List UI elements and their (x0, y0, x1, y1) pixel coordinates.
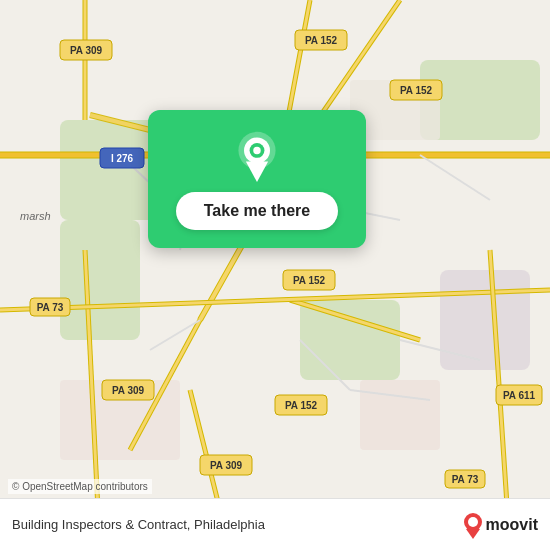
svg-text:PA 309: PA 309 (70, 45, 103, 56)
svg-rect-2 (300, 300, 400, 380)
moovit-logo: moovit (462, 511, 538, 539)
svg-marker-67 (246, 162, 268, 182)
location-pin-icon (231, 130, 283, 182)
svg-text:PA 309: PA 309 (112, 385, 145, 396)
svg-text:PA 73: PA 73 (37, 302, 64, 313)
location-card: Take me there (148, 110, 366, 248)
svg-rect-6 (360, 380, 440, 450)
map-roads-svg: PA 309 PA 152 I 276 PA 152 marsh PA 73 P… (0, 0, 550, 550)
svg-text:marsh: marsh (20, 210, 51, 222)
svg-line-39 (420, 155, 490, 200)
map-container: PA 309 PA 152 I 276 PA 152 marsh PA 73 P… (0, 0, 550, 550)
svg-text:PA 309: PA 309 (210, 460, 243, 471)
svg-marker-71 (466, 529, 480, 539)
bottom-bar: Building Inspectors & Contract, Philadel… (0, 498, 550, 550)
svg-text:PA 152: PA 152 (305, 35, 338, 46)
svg-text:I 276: I 276 (111, 153, 134, 164)
map-attribution: © OpenStreetMap contributors (8, 479, 152, 494)
svg-text:PA 73: PA 73 (452, 474, 479, 485)
business-name: Building Inspectors & Contract, Philadel… (12, 517, 454, 532)
svg-point-70 (468, 517, 478, 527)
moovit-pin-icon (462, 511, 484, 539)
svg-rect-4 (440, 270, 530, 370)
svg-text:PA 611: PA 611 (503, 390, 536, 401)
svg-point-68 (253, 147, 260, 154)
svg-text:PA 152: PA 152 (400, 85, 433, 96)
svg-text:PA 152: PA 152 (293, 275, 326, 286)
svg-text:PA 152: PA 152 (285, 400, 318, 411)
take-me-there-button[interactable]: Take me there (176, 192, 338, 230)
moovit-text: moovit (486, 516, 538, 534)
svg-rect-1 (60, 220, 140, 340)
